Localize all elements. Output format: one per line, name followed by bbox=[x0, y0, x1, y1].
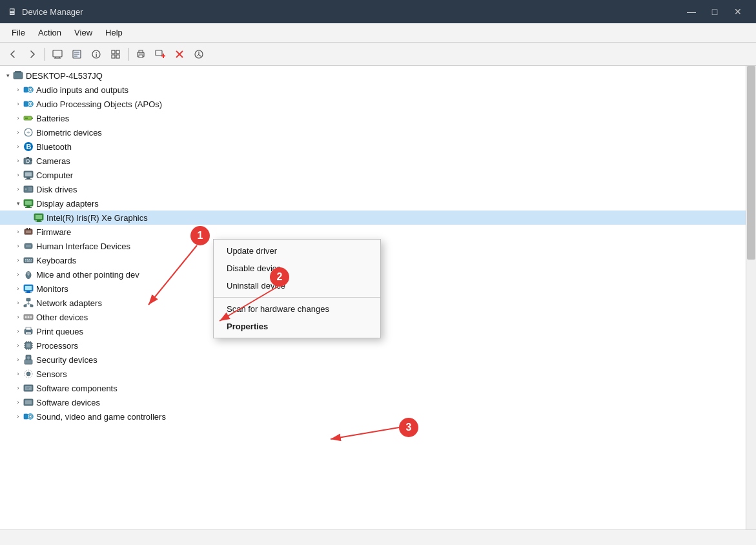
tree-item-computer[interactable]: › Computer bbox=[0, 168, 746, 182]
resources-button[interactable] bbox=[68, 46, 86, 63]
tree-item-cameras[interactable]: › Cameras bbox=[0, 154, 746, 168]
toggle-disk[interactable]: › bbox=[13, 184, 23, 194]
svg-rect-12 bbox=[112, 55, 115, 58]
label-network: Network adapters bbox=[36, 298, 102, 308]
icon-bluetooth: B bbox=[23, 141, 34, 152]
toggle-processors[interactable]: › bbox=[13, 340, 23, 351]
context-update-driver[interactable]: Update driver bbox=[214, 242, 380, 260]
toggle-sound[interactable]: › bbox=[13, 411, 23, 422]
menu-help[interactable]: Help bbox=[99, 25, 129, 40]
svg-point-120 bbox=[28, 414, 33, 419]
svg-rect-24 bbox=[15, 71, 21, 73]
menu-file[interactable]: File bbox=[5, 25, 32, 40]
properties-button[interactable]: i bbox=[87, 46, 105, 63]
toggle-print[interactable]: › bbox=[13, 326, 23, 336]
scrollbar-thumb[interactable] bbox=[747, 66, 755, 260]
close-button[interactable]: ✕ bbox=[728, 4, 748, 19]
main-content: ▾ DESKTOP-4L537JQ › bbox=[0, 66, 756, 530]
forward-button[interactable] bbox=[23, 46, 41, 63]
toggle-sensors[interactable]: › bbox=[13, 369, 23, 379]
toggle-firmware[interactable]: › bbox=[13, 227, 23, 237]
svg-rect-55 bbox=[36, 215, 42, 219]
label-processors: Processors bbox=[36, 341, 78, 351]
toggle-display[interactable]: ▾ bbox=[13, 198, 23, 209]
show-device-button[interactable] bbox=[48, 46, 66, 63]
label-hid: Human Interface Devices bbox=[36, 242, 130, 251]
toggle-network[interactable]: › bbox=[13, 298, 23, 308]
uninstall-button[interactable] bbox=[170, 46, 189, 63]
toggle-bluetooth[interactable]: › bbox=[13, 141, 23, 152]
context-disable-device[interactable]: Disable device bbox=[214, 260, 380, 277]
maximize-button[interactable]: □ bbox=[704, 4, 725, 19]
svg-rect-77 bbox=[26, 291, 30, 293]
icon-audio-inputs bbox=[23, 85, 34, 95]
label-security: Security devices bbox=[36, 355, 97, 365]
toggle-batteries[interactable]: › bbox=[13, 113, 23, 123]
label-computer: Computer bbox=[36, 170, 73, 180]
tree-item-software-comp[interactable]: › Software components bbox=[0, 381, 746, 395]
svg-rect-114 bbox=[25, 386, 32, 390]
icon-display bbox=[23, 198, 34, 209]
scrollbar[interactable] bbox=[746, 66, 756, 530]
update-button[interactable] bbox=[190, 46, 208, 63]
context-scan-hardware[interactable]: Scan for hardware changes bbox=[214, 300, 380, 318]
toggle-hid[interactable]: › bbox=[13, 241, 23, 251]
toggle-security[interactable]: › bbox=[13, 355, 23, 365]
toggle-software-comp[interactable]: › bbox=[13, 383, 23, 393]
tree-item-biometric[interactable]: › Biometric devices bbox=[0, 125, 746, 139]
tree-item-intel-iris[interactable]: Intel(R) Iris(R) Xe Graphics bbox=[0, 211, 746, 225]
scan-button[interactable] bbox=[151, 46, 169, 63]
toggle-cameras[interactable]: › bbox=[13, 156, 23, 166]
minimize-button[interactable]: — bbox=[681, 4, 702, 19]
tree-item-display[interactable]: ▾ Display adapters bbox=[0, 196, 746, 211]
title-bar: 🖥 Device Manager — □ ✕ bbox=[0, 0, 756, 23]
svg-point-30 bbox=[29, 103, 32, 105]
toggle-mice[interactable]: › bbox=[13, 269, 23, 280]
tree-item-audio-inputs[interactable]: › Audio inputs and outputs bbox=[0, 83, 746, 97]
back-button[interactable] bbox=[4, 46, 22, 63]
icon-print bbox=[23, 326, 34, 336]
svg-rect-56 bbox=[37, 220, 41, 221]
view-button[interactable] bbox=[107, 46, 125, 63]
svg-rect-81 bbox=[30, 305, 33, 307]
tree-item-processors[interactable]: › bbox=[0, 338, 746, 353]
context-properties[interactable]: Properties bbox=[214, 318, 380, 335]
label-batteries: Batteries bbox=[36, 114, 69, 123]
tree-item-disk[interactable]: › Disk drives bbox=[0, 182, 746, 196]
tree-item-apo[interactable]: › Audio Processing Objects (APOs) bbox=[0, 97, 746, 111]
tree-item-firmware[interactable]: › Firmware bbox=[0, 225, 746, 239]
toggle-other[interactable]: › bbox=[13, 312, 23, 322]
toggle-monitors[interactable]: › bbox=[13, 283, 23, 294]
menu-bar: File Action View Help bbox=[0, 23, 756, 43]
tree-item-bluetooth[interactable]: › B Bluetooth bbox=[0, 139, 746, 154]
menu-action[interactable]: Action bbox=[32, 25, 68, 40]
toggle-apo[interactable]: › bbox=[13, 99, 23, 109]
tree-item-software-dev[interactable]: › Software devices bbox=[0, 395, 746, 409]
svg-rect-70 bbox=[27, 261, 30, 262]
label-software-dev: Software devices bbox=[36, 398, 100, 407]
toggle-biometric[interactable]: › bbox=[13, 127, 23, 138]
toggle-software-dev[interactable]: › bbox=[13, 397, 23, 407]
print-button[interactable] bbox=[132, 46, 150, 63]
toggle-computer[interactable]: › bbox=[13, 170, 23, 180]
svg-rect-118 bbox=[25, 400, 32, 404]
svg-rect-17 bbox=[156, 50, 162, 56]
tree-item-sensors[interactable]: › Sensors bbox=[0, 367, 746, 381]
svg-text:i: i bbox=[96, 51, 97, 57]
svg-point-111 bbox=[26, 372, 30, 376]
context-uninstall-device[interactable]: Uninstall device bbox=[214, 277, 380, 294]
svg-rect-63 bbox=[26, 245, 31, 247]
tree-item-sound[interactable]: › Sound, video and game controllers bbox=[0, 409, 746, 424]
toggle-keyboards[interactable]: › bbox=[13, 255, 23, 265]
app-window: 🖥 Device Manager — □ ✕ File Action View … bbox=[0, 0, 756, 545]
svg-rect-69 bbox=[25, 261, 26, 262]
tree-item-batteries[interactable]: › Batteries bbox=[0, 111, 746, 125]
context-menu: Update driver Disable device Uninstall d… bbox=[213, 239, 381, 338]
menu-view[interactable]: View bbox=[68, 25, 99, 40]
toggle-audio-inputs[interactable]: › bbox=[13, 85, 23, 95]
svg-rect-51 bbox=[25, 201, 32, 205]
root-toggle[interactable]: ▾ bbox=[3, 70, 13, 81]
tree-item-security[interactable]: › Security devices bbox=[0, 353, 746, 367]
tree-root[interactable]: ▾ DESKTOP-4L537JQ bbox=[0, 68, 746, 83]
svg-point-46 bbox=[25, 188, 27, 190]
